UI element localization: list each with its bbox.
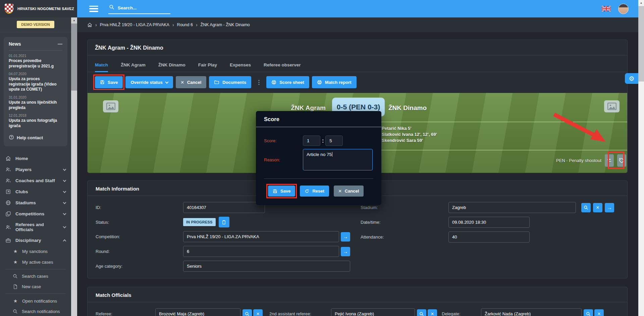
hamburger-menu-icon[interactable] — [89, 6, 98, 12]
news-date: 31.01.2020 — [9, 95, 62, 99]
stadium-search-button[interactable] — [581, 203, 591, 212]
competition-field[interactable] — [183, 231, 339, 242]
referee-clear-button[interactable]: × — [253, 309, 263, 316]
sidebar-item-coaches-and-staff[interactable]: Coaches and Staff — [0, 175, 71, 186]
assistant2-field[interactable] — [331, 308, 415, 316]
cancel-button[interactable]: × Cancel — [176, 76, 207, 88]
delegate-clear-button[interactable]: × — [594, 309, 604, 316]
divider — [0, 32, 71, 32]
settings-gear-button[interactable]: ⚙ — [625, 73, 638, 84]
news-date: 01.01.2021 — [9, 54, 62, 58]
search-icon — [584, 205, 588, 210]
delegate-search-button[interactable] — [584, 309, 593, 316]
tab-match[interactable]: Match — [95, 62, 108, 72]
tab-znk-dinamo[interactable]: ŽNK Dinamo — [158, 62, 185, 72]
swap-score-button[interactable] — [605, 154, 614, 167]
stadium-field[interactable] — [448, 202, 576, 213]
global-search[interactable] — [108, 3, 170, 14]
attendance-field[interactable] — [448, 231, 530, 243]
penalty-indicator-row: PEN - Penalty shootout — [556, 154, 626, 167]
modal-reset-button[interactable]: Reset — [300, 186, 329, 197]
sidebar-item-search-cases[interactable]: Search cases — [0, 271, 71, 281]
printer-icon — [271, 80, 276, 85]
goto-stadium-button[interactable]: → — [605, 203, 614, 212]
kebab-dots-icon[interactable]: ⋮ — [254, 79, 264, 86]
sidebar-item-my-active-cases[interactable]: ★ My active cases — [0, 257, 71, 267]
scroll-up-arrow-icon[interactable]: ▲ — [71, 17, 77, 23]
search-input[interactable] — [118, 5, 165, 10]
clipboard-icon — [221, 220, 226, 225]
save-button[interactable]: Save — [95, 76, 123, 88]
user-avatar[interactable] — [618, 4, 629, 14]
close-icon: × — [338, 188, 342, 194]
age-category-field[interactable] — [183, 261, 350, 272]
stadiums-globe-icon — [5, 200, 11, 206]
documents-button[interactable]: Documents — [209, 76, 251, 88]
match-officials-card: Match Officials Referee: × 2nd assistant… — [87, 287, 628, 316]
tab-fair-play[interactable]: Fair Play — [198, 62, 217, 72]
home-team-name: ŽNK Agram — [269, 104, 326, 112]
image-placeholder-icon — [607, 103, 616, 110]
sidebar-item-my-sanctions[interactable]: ★ My sanctions — [0, 246, 71, 257]
referee-search-button[interactable] — [243, 309, 252, 316]
sidebar-item-disciplinary[interactable]: Disciplinary — [0, 235, 71, 246]
tab-expenses[interactable]: Expenses — [230, 62, 251, 72]
chevron-up-icon — [63, 239, 66, 243]
stadium-clear-button[interactable]: × — [593, 203, 602, 212]
breadcrumb-round[interactable]: Round 6 — [177, 22, 193, 27]
delegate-field[interactable] — [481, 308, 582, 316]
sidebar-item-new-case[interactable]: New case — [0, 281, 71, 292]
star-icon: ★ — [13, 298, 18, 304]
language-uk-flag-icon[interactable] — [602, 6, 611, 12]
arrow-right-icon: → — [343, 234, 348, 240]
tag-score-button[interactable] — [617, 154, 626, 167]
sidebar-item-competitions[interactable]: Competitions — [0, 208, 71, 219]
goto-round-button[interactable]: → — [341, 247, 350, 256]
assistant2-search-button[interactable] — [417, 309, 426, 316]
tab-znk-agram[interactable]: ŽNK Agram — [121, 62, 146, 72]
away-score-field[interactable] — [325, 136, 343, 146]
home-score-field[interactable] — [303, 136, 320, 146]
modal-save-button[interactable]: Save — [268, 186, 295, 197]
news-link[interactable]: Uputa za unos fotografija igrača — [9, 118, 62, 128]
scroll-up-arrow-icon[interactable]: ▲ — [638, 0, 644, 6]
search-icon — [245, 312, 250, 316]
override-status-button[interactable]: Override status — [125, 76, 173, 88]
modal-cancel-button[interactable]: × Cancel — [334, 186, 364, 197]
news-link[interactable]: Upute za unos liječničkih pregleda — [9, 100, 62, 110]
chevron-down-icon — [165, 80, 168, 84]
datetime-field[interactable] — [448, 217, 530, 228]
collapse-minus-icon[interactable]: — — [58, 41, 62, 47]
breadcrumb-competition[interactable]: Prva HNLŽ 19/20 - LIGA ZA PRVAKA — [100, 22, 169, 27]
sidebar-item-search-notifications[interactable]: Search notifications — [0, 306, 71, 316]
round-field[interactable] — [183, 246, 339, 257]
status-history-button[interactable] — [219, 217, 229, 227]
score-sheet-button[interactable]: Score sheet — [266, 76, 309, 88]
age-category-label: Age category: — [96, 264, 183, 269]
sidebar-item-clubs[interactable]: Clubs — [0, 186, 71, 197]
sidebar-scrollbar[interactable]: ▲ — [71, 17, 77, 316]
scrollbar-thumb[interactable] — [638, 6, 644, 82]
swap-icon — [606, 158, 612, 163]
sidebar-item-home[interactable]: Home — [0, 153, 71, 164]
sidebar-item-open-notifications[interactable]: ★ Open notifications — [0, 296, 71, 306]
scrollbar-thumb[interactable] — [71, 23, 77, 91]
arrow-right-icon: → — [343, 249, 348, 254]
assistant2-clear-button[interactable]: × — [428, 309, 437, 316]
sidebar-item-stadiums[interactable]: Stadiums — [0, 197, 71, 208]
id-field[interactable] — [183, 202, 265, 213]
help-contact-link[interactable]: Help contact — [9, 135, 62, 141]
tab-referee-observer[interactable]: Referee observer — [264, 62, 301, 72]
sidebar-item-referees-and-officials[interactable]: Referees and Officials — [0, 219, 71, 235]
main-scrollbar[interactable]: ▲ — [638, 0, 644, 316]
reason-field[interactable]: Article no 75 — [303, 149, 373, 170]
sidebar-item-players[interactable]: Players — [0, 164, 71, 175]
referee-field[interactable] — [155, 308, 240, 316]
goto-competition-button[interactable]: → — [341, 232, 350, 242]
news-link[interactable]: Proces provedbe preregistracije u 2021.g — [9, 58, 62, 69]
breadcrumb-match[interactable]: ŽNK Agram - ŽNK Dinamo — [201, 22, 250, 27]
match-report-button[interactable]: Match report — [312, 76, 357, 88]
home-team-logo-placeholder — [103, 100, 118, 112]
news-link[interactable]: Uputa za proces registracije igrača (Vid… — [9, 76, 62, 92]
home-icon[interactable] — [87, 22, 92, 28]
